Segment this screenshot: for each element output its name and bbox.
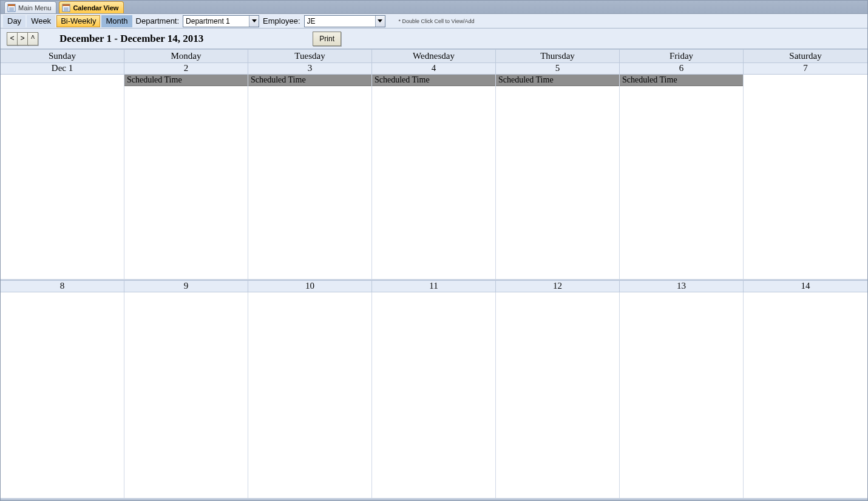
view-biweekly-button[interactable]: Bi-Weekly	[56, 15, 100, 27]
prev-button[interactable]: <	[7, 32, 18, 45]
scheduled-time-entry[interactable]: Scheduled Time	[124, 75, 248, 86]
employee-label: Employee:	[260, 16, 302, 25]
employee-combo[interactable]	[304, 15, 385, 27]
date-cell-header[interactable]: 14	[744, 281, 867, 292]
svg-rect-1	[8, 4, 15, 6]
tab-label: Main Menu	[18, 4, 51, 12]
date-cell-header[interactable]: 8	[1, 281, 124, 292]
dow-monday: Monday	[124, 50, 248, 62]
form-icon	[7, 4, 16, 12]
dow-tuesday: Tuesday	[248, 50, 372, 62]
scheduled-time-entry[interactable]: Scheduled Time	[248, 75, 371, 86]
view-week-button[interactable]: Week	[27, 15, 55, 27]
date-cell-header[interactable]: 2	[124, 63, 248, 74]
dropdown-icon[interactable]	[249, 16, 259, 27]
date-cell-header[interactable]: 13	[620, 281, 744, 292]
dow-friday: Friday	[620, 50, 744, 62]
form-icon	[62, 4, 70, 12]
date-cell-header[interactable]: 4	[372, 63, 496, 74]
document-tabs: Main Menu Calendar View	[1, 1, 867, 14]
view-toolbar: Day Week Bi-Weekly Month Department: Emp…	[1, 14, 867, 29]
app-window: Main Menu Calendar View Day Week Bi-Week…	[0, 0, 868, 501]
date-range-label: December 1 - December 14, 2013	[59, 33, 203, 45]
day-cell[interactable]	[744, 75, 867, 280]
tab-label: Calendar View	[73, 4, 118, 12]
day-cell[interactable]	[372, 292, 496, 499]
week1-cells: Scheduled Time Scheduled Time Scheduled …	[1, 75, 867, 280]
day-cell[interactable]: Scheduled Time	[496, 75, 620, 280]
department-label: Department:	[134, 16, 182, 25]
day-cell[interactable]	[248, 292, 372, 499]
date-cell-header[interactable]: 9	[124, 281, 248, 292]
next-button[interactable]: >	[17, 32, 28, 45]
date-cell-header[interactable]: 5	[496, 63, 620, 74]
svg-rect-6	[63, 4, 70, 6]
day-cell[interactable]	[124, 292, 248, 499]
dow-wednesday: Wednesday	[372, 50, 496, 62]
date-cell-header[interactable]: 11	[372, 281, 496, 292]
day-cell[interactable]	[1, 292, 124, 499]
week2-date-row: 8 9 10 11 12 13 14	[1, 281, 867, 292]
week1-date-row: Dec 1 2 3 4 5 6 7	[1, 63, 867, 75]
scheduled-time-entry[interactable]: Scheduled Time	[496, 75, 619, 86]
print-button[interactable]: Print	[313, 32, 341, 46]
date-cell-header[interactable]: 6	[620, 63, 744, 74]
hint-text: * Double Click Cell to View/Add	[399, 18, 475, 24]
nav-row: < > ^ December 1 - December 14, 2013 Pri…	[1, 29, 867, 49]
svg-marker-11	[378, 19, 382, 22]
dropdown-icon[interactable]	[375, 16, 385, 27]
up-button[interactable]: ^	[27, 32, 38, 45]
date-cell-header[interactable]: 12	[496, 281, 620, 292]
day-cell[interactable]: Scheduled Time	[372, 75, 496, 280]
view-day-button[interactable]: Day	[3, 15, 25, 27]
scheduled-time-entry[interactable]: Scheduled Time	[620, 75, 743, 86]
scheduled-time-entry[interactable]: Scheduled Time	[372, 75, 495, 86]
day-cell[interactable]	[620, 292, 744, 499]
date-cell-header[interactable]: 10	[248, 281, 372, 292]
view-month-button[interactable]: Month	[101, 15, 132, 27]
date-cell-header[interactable]: 3	[248, 63, 372, 74]
tab-main-menu[interactable]: Main Menu	[4, 1, 56, 13]
day-cell[interactable]	[744, 292, 867, 499]
week2-cells	[1, 292, 867, 499]
date-cell-header[interactable]: Dec 1	[1, 63, 124, 74]
employee-input[interactable]	[305, 16, 375, 27]
tab-calendar-view[interactable]: Calendar View	[59, 1, 124, 13]
day-cell[interactable]: Scheduled Time	[620, 75, 744, 280]
department-combo[interactable]	[183, 15, 259, 27]
day-cell[interactable]	[496, 292, 620, 499]
dow-thursday: Thursday	[496, 50, 620, 62]
date-cell-header[interactable]: 7	[744, 63, 867, 74]
svg-marker-10	[252, 19, 257, 22]
department-input[interactable]	[183, 16, 249, 27]
day-cell[interactable]	[1, 75, 124, 280]
day-cell[interactable]: Scheduled Time	[248, 75, 372, 280]
day-cell[interactable]: Scheduled Time	[124, 75, 248, 280]
dow-saturday: Saturday	[744, 50, 867, 62]
calendar-grid: Sunday Monday Tuesday Wednesday Thursday…	[1, 49, 867, 499]
day-of-week-header: Sunday Monday Tuesday Wednesday Thursday…	[1, 49, 867, 63]
dow-sunday: Sunday	[1, 50, 124, 62]
